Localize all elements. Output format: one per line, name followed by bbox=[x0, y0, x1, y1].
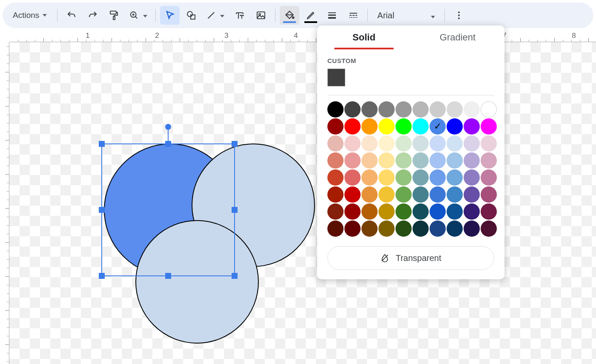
color-swatch[interactable] bbox=[481, 186, 497, 203]
color-swatch[interactable] bbox=[447, 135, 463, 152]
color-swatch[interactable] bbox=[327, 203, 344, 220]
color-swatch[interactable] bbox=[413, 135, 429, 152]
border-color-button[interactable] bbox=[301, 6, 321, 25]
color-swatch[interactable] bbox=[447, 186, 463, 203]
color-swatch[interactable] bbox=[344, 118, 361, 135]
resize-handle-nw[interactable] bbox=[99, 141, 105, 147]
color-swatch[interactable] bbox=[430, 135, 446, 152]
color-swatch[interactable] bbox=[413, 101, 429, 118]
color-swatch[interactable] bbox=[378, 135, 395, 152]
resize-handle-n[interactable] bbox=[165, 141, 171, 147]
color-swatch[interactable] bbox=[327, 118, 344, 135]
color-swatch[interactable] bbox=[344, 101, 361, 118]
font-dropdown[interactable]: Arial bbox=[372, 6, 440, 25]
color-swatch[interactable] bbox=[447, 203, 463, 220]
redo-button[interactable] bbox=[83, 6, 103, 25]
color-swatch[interactable] bbox=[361, 101, 378, 118]
color-swatch[interactable] bbox=[447, 169, 463, 186]
color-swatch[interactable] bbox=[327, 169, 344, 186]
color-swatch[interactable] bbox=[361, 135, 378, 152]
color-swatch[interactable] bbox=[430, 203, 446, 220]
color-swatch[interactable] bbox=[413, 118, 429, 135]
color-swatch[interactable] bbox=[378, 101, 395, 118]
color-swatch[interactable] bbox=[344, 186, 361, 203]
more-button[interactable] bbox=[449, 6, 469, 25]
resize-handle-s[interactable] bbox=[165, 273, 171, 279]
select-tool-button[interactable] bbox=[160, 6, 180, 25]
drawing-canvas[interactable] bbox=[9, 42, 596, 364]
transparent-button[interactable]: Transparent bbox=[327, 246, 494, 270]
color-swatch[interactable] bbox=[378, 152, 395, 169]
shape-tool-button[interactable] bbox=[181, 6, 201, 25]
color-swatch[interactable] bbox=[413, 169, 429, 186]
color-swatch[interactable] bbox=[464, 203, 480, 220]
color-swatch[interactable] bbox=[344, 135, 361, 152]
image-button[interactable] bbox=[251, 6, 271, 25]
color-swatch[interactable] bbox=[481, 118, 497, 135]
fill-color-button[interactable] bbox=[280, 6, 299, 25]
color-swatch[interactable] bbox=[327, 221, 344, 237]
color-swatch[interactable] bbox=[464, 221, 480, 237]
color-swatch[interactable] bbox=[378, 186, 395, 203]
color-swatch[interactable] bbox=[395, 118, 412, 135]
color-swatch[interactable] bbox=[361, 152, 378, 169]
color-swatch[interactable] bbox=[447, 152, 463, 169]
resize-handle-se[interactable] bbox=[232, 273, 238, 279]
resize-handle-w[interactable] bbox=[99, 207, 105, 213]
color-swatch[interactable] bbox=[344, 203, 361, 220]
color-swatch[interactable] bbox=[361, 118, 378, 135]
color-swatch[interactable] bbox=[481, 221, 497, 237]
border-dash-button[interactable] bbox=[344, 6, 363, 25]
color-swatch[interactable] bbox=[413, 221, 429, 237]
color-swatch[interactable] bbox=[464, 135, 480, 152]
rotation-handle[interactable] bbox=[165, 124, 171, 130]
tab-gradient[interactable]: Gradient bbox=[411, 26, 504, 49]
color-swatch[interactable] bbox=[395, 221, 412, 237]
color-swatch[interactable] bbox=[413, 152, 429, 169]
color-swatch[interactable] bbox=[344, 152, 361, 169]
resize-handle-sw[interactable] bbox=[99, 273, 105, 279]
color-swatch[interactable] bbox=[327, 152, 344, 169]
paint-format-button[interactable] bbox=[104, 6, 124, 25]
color-swatch[interactable] bbox=[395, 186, 412, 203]
color-swatch[interactable] bbox=[344, 169, 361, 186]
color-swatch[interactable] bbox=[430, 152, 446, 169]
color-swatch[interactable] bbox=[413, 186, 429, 203]
color-swatch[interactable] bbox=[430, 186, 446, 203]
color-swatch[interactable] bbox=[481, 135, 497, 152]
color-swatch[interactable] bbox=[327, 101, 344, 118]
color-swatch[interactable] bbox=[481, 152, 497, 169]
color-swatch[interactable] bbox=[395, 152, 412, 169]
color-swatch[interactable] bbox=[464, 101, 480, 118]
color-swatch[interactable] bbox=[378, 221, 395, 237]
color-swatch[interactable] bbox=[464, 152, 480, 169]
color-swatch[interactable] bbox=[430, 221, 446, 237]
tab-solid[interactable]: Solid bbox=[317, 26, 411, 49]
color-swatch[interactable] bbox=[395, 169, 412, 186]
color-swatch[interactable] bbox=[361, 169, 378, 186]
color-swatch[interactable] bbox=[481, 101, 497, 118]
resize-handle-ne[interactable] bbox=[232, 141, 238, 147]
border-weight-button[interactable] bbox=[322, 6, 342, 25]
color-swatch[interactable] bbox=[395, 101, 412, 118]
color-swatch[interactable] bbox=[481, 169, 497, 186]
line-tool-button[interactable] bbox=[203, 6, 228, 25]
color-swatch[interactable]: ✓ bbox=[430, 118, 446, 135]
custom-color-swatch[interactable] bbox=[327, 69, 345, 86]
color-swatch[interactable] bbox=[327, 186, 344, 203]
zoom-button[interactable] bbox=[126, 6, 151, 25]
color-swatch[interactable] bbox=[430, 169, 446, 186]
color-swatch[interactable] bbox=[361, 203, 378, 220]
color-swatch[interactable] bbox=[378, 169, 395, 186]
color-swatch[interactable] bbox=[464, 186, 480, 203]
color-swatch[interactable] bbox=[395, 203, 412, 220]
color-swatch[interactable] bbox=[344, 221, 361, 237]
color-swatch[interactable] bbox=[378, 118, 395, 135]
color-swatch[interactable] bbox=[395, 135, 412, 152]
color-swatch[interactable] bbox=[481, 203, 497, 220]
color-swatch[interactable] bbox=[378, 203, 395, 220]
color-swatch[interactable] bbox=[447, 118, 463, 135]
color-swatch[interactable] bbox=[430, 101, 446, 118]
color-swatch[interactable] bbox=[361, 186, 378, 203]
actions-menu-button[interactable]: Actions bbox=[7, 6, 53, 25]
